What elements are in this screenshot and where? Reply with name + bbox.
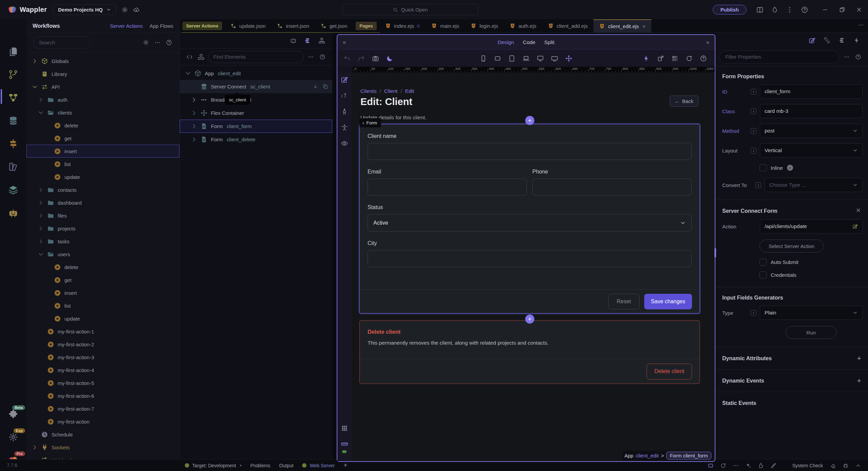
tree-row[interactable]: users bbox=[26, 248, 179, 261]
inline-checkbox[interactable] bbox=[760, 164, 767, 171]
chevron-icon[interactable] bbox=[37, 238, 44, 245]
tree-row[interactable]: list bbox=[26, 158, 179, 170]
editor-tab[interactable]: auth.ejs bbox=[504, 19, 542, 33]
auto-submit-checkbox[interactable] bbox=[760, 259, 767, 266]
client-name-input[interactable] bbox=[368, 143, 692, 160]
action-input[interactable]: /api/clients/update bbox=[760, 219, 863, 233]
workflows-panel-tab[interactable]: App Flows bbox=[150, 23, 173, 29]
tree-row[interactable]: Sockets bbox=[26, 441, 179, 454]
layout-select[interactable]: Vertical bbox=[760, 143, 863, 158]
structure-row[interactable]: Form client_form bbox=[180, 120, 332, 133]
select-server-action-button[interactable]: Select Server Action bbox=[760, 240, 824, 252]
close-icon[interactable] bbox=[855, 207, 861, 214]
quick-open-search[interactable]: Quick Open bbox=[342, 4, 478, 15]
tree-row[interactable]: delete bbox=[26, 261, 179, 273]
page-canvas[interactable]: Clients/Client/Edit/ Edit: Client Update… bbox=[352, 73, 715, 461]
tree-row[interactable]: Schedule bbox=[26, 428, 179, 441]
tree-row[interactable]: Library bbox=[26, 67, 179, 80]
tree-row[interactable]: my-first-action-3 bbox=[26, 351, 179, 364]
tree-row[interactable]: tasks bbox=[26, 235, 179, 248]
tree-row[interactable]: insert bbox=[26, 286, 179, 299]
structure-row[interactable]: Flex Container bbox=[180, 106, 332, 120]
tree-row[interactable]: clients bbox=[26, 106, 179, 119]
tree-row[interactable]: dashboard bbox=[26, 196, 179, 209]
copy-icon[interactable] bbox=[322, 84, 328, 89]
selected-path-pill[interactable]: Form client_form bbox=[666, 452, 711, 459]
info-circle-icon[interactable]: i bbox=[787, 165, 793, 171]
tree-row[interactable]: my-first-action-2 bbox=[26, 338, 179, 351]
web-server-status[interactable]: Web Server bbox=[302, 463, 335, 468]
tree-row[interactable]: get bbox=[26, 132, 179, 145]
editor-tab[interactable]: update.json bbox=[225, 19, 272, 33]
tree-row[interactable]: update bbox=[26, 312, 179, 325]
email-input[interactable] bbox=[368, 179, 527, 196]
tree-row[interactable]: my-first-action-1 bbox=[26, 325, 179, 338]
structure-row[interactable]: App client_edit bbox=[180, 67, 332, 80]
editor-tab[interactable]: insert.json bbox=[271, 19, 315, 33]
chevron-icon[interactable] bbox=[37, 96, 44, 103]
editor-tab[interactable]: Server Actions bbox=[180, 19, 225, 33]
collapse-right-icon[interactable]: » bbox=[706, 39, 709, 46]
tree-row[interactable]: API bbox=[26, 80, 179, 93]
phone-input[interactable] bbox=[532, 179, 692, 196]
info-icon[interactable]: i bbox=[751, 89, 756, 95]
tree-row[interactable]: my-first-action-5 bbox=[26, 376, 179, 389]
problems-button[interactable]: Problems bbox=[250, 463, 270, 468]
panel-resize-handle[interactable] bbox=[714, 248, 716, 258]
convert-to-select[interactable]: Choose Type ... bbox=[765, 178, 863, 192]
insert-element-button[interactable]: + bbox=[525, 314, 534, 324]
chevron-icon[interactable] bbox=[31, 83, 38, 90]
tree-row[interactable]: my-first-action bbox=[26, 415, 179, 428]
credentials-checkbox[interactable] bbox=[760, 271, 767, 279]
view-mode-tab[interactable]: Code bbox=[523, 39, 535, 45]
tree-row[interactable]: update bbox=[26, 170, 179, 183]
chevron-icon[interactable] bbox=[191, 109, 198, 117]
city-input[interactable] bbox=[368, 250, 692, 267]
delete-client-button[interactable]: Delete client bbox=[647, 364, 692, 380]
client-form[interactable]: Client name Email Phone bbox=[359, 124, 700, 313]
info-icon[interactable]: i bbox=[751, 128, 756, 134]
chevron-icon[interactable] bbox=[37, 109, 44, 116]
tree-row[interactable]: auth bbox=[26, 93, 179, 106]
add-icon[interactable]: + bbox=[857, 376, 861, 385]
structure-row[interactable]: Server Connect sc_client bbox=[180, 80, 332, 93]
info-icon[interactable]: i bbox=[751, 108, 756, 114]
info-icon[interactable]: i bbox=[755, 182, 761, 188]
target-selector[interactable]: Target: Development ▾ bbox=[185, 463, 241, 468]
workflow-search-input[interactable]: Search bbox=[33, 36, 91, 49]
delete-client-card[interactable]: Delete client This permanently removes t… bbox=[359, 320, 700, 384]
id-input[interactable]: client_form bbox=[760, 84, 863, 99]
tree-row[interactable]: delete bbox=[26, 119, 179, 132]
tree-row[interactable]: get bbox=[26, 273, 179, 286]
close-tab-icon[interactable]: × bbox=[643, 23, 646, 29]
project-selector[interactable]: Demo Projects HQ bbox=[53, 4, 116, 15]
chevron-icon[interactable] bbox=[191, 96, 198, 103]
structure-row[interactable]: Form client_delete bbox=[180, 133, 332, 146]
output-button[interactable]: Output bbox=[279, 463, 293, 468]
editor-tab[interactable]: client_add.ejs bbox=[542, 19, 594, 33]
run-button[interactable]: Run bbox=[786, 326, 836, 339]
fetch-icon[interactable] bbox=[313, 84, 318, 89]
chevron-icon[interactable] bbox=[37, 225, 44, 232]
tree-row[interactable]: projects bbox=[26, 222, 179, 235]
chevron-icon[interactable] bbox=[191, 136, 198, 143]
tree-row[interactable]: my-first-action-6 bbox=[26, 389, 179, 402]
type-select[interactable]: Plain bbox=[760, 306, 863, 320]
add-panel-button[interactable]: + bbox=[343, 462, 348, 469]
editor-tab[interactable]: login.ejs bbox=[465, 19, 504, 33]
tree-row[interactable]: my-first-action-4 bbox=[26, 364, 179, 376]
add-icon[interactable]: + bbox=[857, 354, 861, 363]
tree-row[interactable]: insert bbox=[26, 145, 179, 158]
reset-button[interactable]: Reset bbox=[608, 294, 639, 309]
publish-button[interactable]: Publish bbox=[713, 5, 747, 15]
collapse-left-icon[interactable]: « bbox=[343, 39, 346, 46]
tab-overflow-button[interactable] bbox=[858, 22, 864, 29]
status-select[interactable]: Active bbox=[368, 214, 692, 231]
filter-properties-input[interactable]: Filter Properties bbox=[719, 50, 839, 63]
insert-element-button[interactable]: + bbox=[525, 116, 534, 125]
chevron-icon[interactable] bbox=[191, 123, 198, 130]
tree-row[interactable]: files bbox=[26, 209, 179, 222]
collapsible-section[interactable]: Dynamic Attributes + bbox=[715, 347, 868, 369]
chevron-icon[interactable] bbox=[37, 212, 44, 219]
chevron-icon[interactable] bbox=[37, 186, 44, 193]
